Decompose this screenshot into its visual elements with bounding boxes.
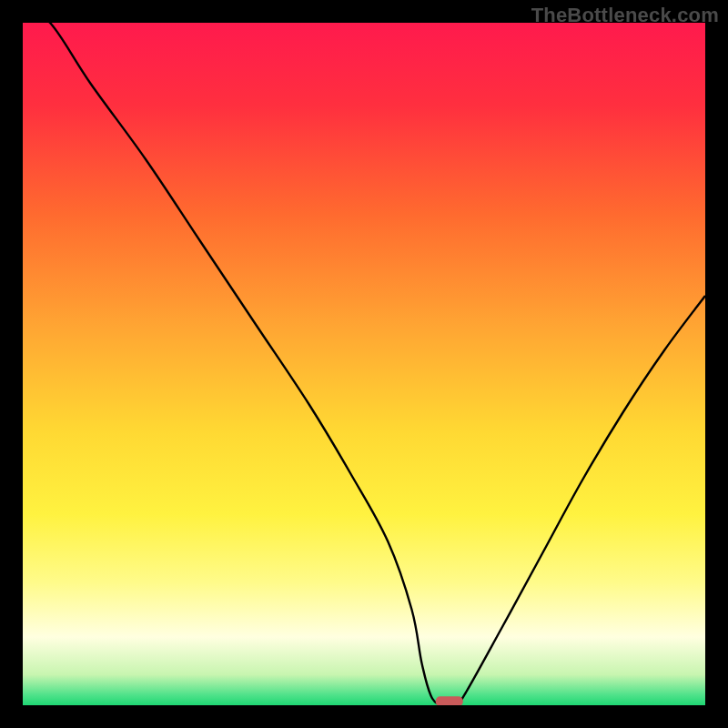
gradient-background <box>23 23 705 705</box>
watermark-text: TheBottleneck.com <box>531 4 719 27</box>
optimal-marker <box>436 696 463 705</box>
chart-container: TheBottleneck.com <box>0 0 728 728</box>
plot-area <box>23 23 705 705</box>
bottleneck-chart <box>23 23 705 705</box>
